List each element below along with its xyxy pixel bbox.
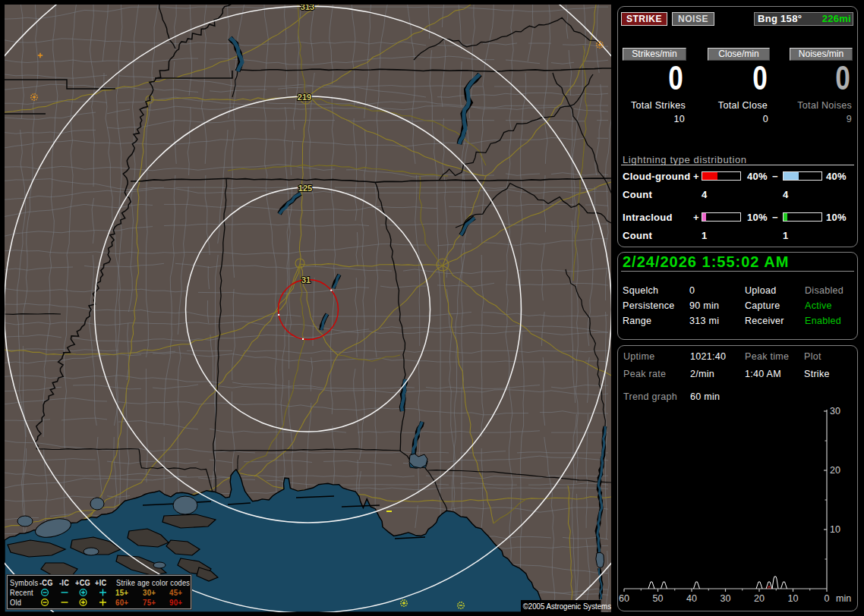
svg-text:0: 0 <box>825 593 830 604</box>
svg-text:30: 30 <box>830 406 840 416</box>
svg-text:30: 30 <box>721 593 731 604</box>
svg-text:50: 50 <box>653 593 664 604</box>
svg-text:20: 20 <box>830 465 840 476</box>
svg-text:10: 10 <box>788 593 799 604</box>
svg-text:60: 60 <box>619 593 629 604</box>
svg-text:20: 20 <box>754 593 765 604</box>
svg-text:min: min <box>836 593 851 604</box>
svg-text:10: 10 <box>830 524 840 535</box>
svg-text:40: 40 <box>686 593 697 604</box>
